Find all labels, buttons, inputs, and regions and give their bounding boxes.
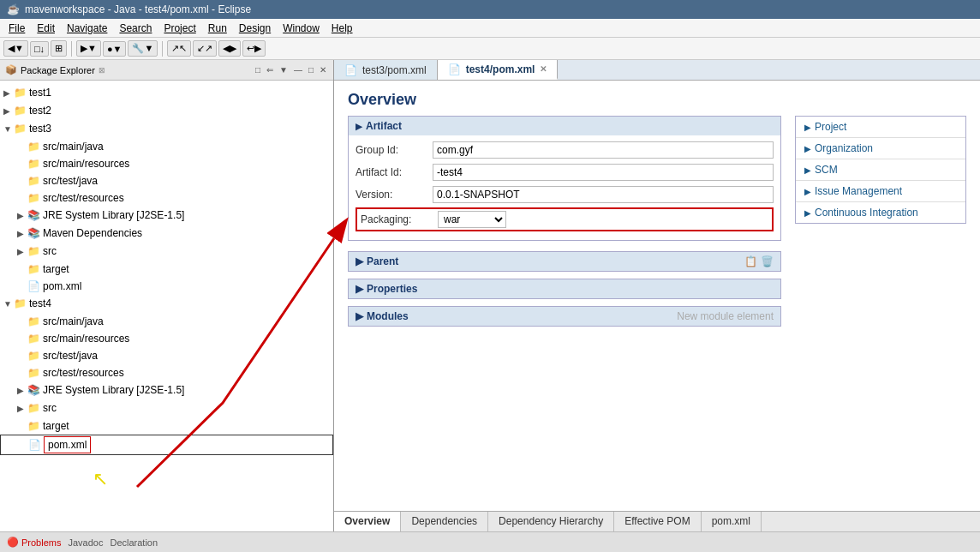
bottom-tab-dep-hierarchy[interactable]: Dependency Hierarchy [488, 512, 614, 531]
right-section-issue-management[interactable]: ▶ Issue Management [796, 181, 965, 202]
tree-icon-test1: 📁 [14, 85, 27, 100]
overview-left: ▶ Artifact Group Id: Artifact Id: [348, 116, 781, 333]
group-id-input[interactable] [433, 141, 774, 159]
panel-max-btn[interactable]: □ [307, 64, 315, 75]
status-javadoc[interactable]: Javadoc [68, 537, 103, 548]
modules-label: Modules [367, 310, 409, 322]
tree-toggle-test3-src[interactable]: ▶ [17, 244, 27, 260]
tree-item-test2[interactable]: ▶📁test2 [0, 102, 333, 120]
parent-edit-icon[interactable]: 📋 [744, 255, 757, 267]
toolbar-btn-save[interactable]: ⊞ [51, 40, 67, 57]
bottom-tab-pom-xml[interactable]: pom.xml [702, 512, 762, 531]
modules-section: ▶ Modules New module element [348, 306, 781, 327]
tree-item-test3-src-test-resources[interactable]: 📁src/test/resources [0, 189, 333, 207]
toolbar-btn-run[interactable]: ●▼ [103, 41, 127, 57]
tree-item-test3-pom[interactable]: 📄pom.xml [0, 278, 333, 295]
packaging-select[interactable]: war jar pom ear [438, 211, 506, 228]
packaging-label: Packaging: [361, 213, 438, 225]
toolbar-btn-back[interactable]: ◀▶ [218, 40, 241, 57]
toolbar-btn-nav2[interactable]: ↙↗ [193, 40, 217, 57]
tree-view[interactable]: ▶📁test1▶📁test2▼📁test3📁src/main/java📁src/… [0, 81, 333, 531]
toolbar-btn-debug[interactable]: ▶▼ [76, 40, 101, 57]
overview-right: ▶ Project ▶ Organization ▶ SCM ▶ [795, 116, 966, 333]
right-section-organization[interactable]: ▶ Organization [796, 138, 965, 159]
tree-item-test3-src-main-java[interactable]: 📁src/main/java [0, 138, 333, 155]
tree-toggle-test3[interactable]: ▼ [3, 122, 14, 137]
status-declaration[interactable]: Declaration [110, 537, 158, 548]
tree-item-test4-src-test-resources[interactable]: 📁src/test/resources [0, 364, 333, 381]
bottom-tab-overview[interactable]: Overview [334, 512, 401, 531]
tree-item-test1[interactable]: ▶📁test1 [0, 84, 333, 102]
version-input[interactable] [433, 186, 774, 203]
tree-toggle-test2[interactable]: ▶ [3, 104, 14, 119]
tree-item-test4-target[interactable]: 📁target [0, 417, 333, 435]
tab-test3-pom[interactable]: 📄 test3/pom.xml [334, 60, 438, 80]
tree-item-test3-src[interactable]: ▶📁src [0, 243, 333, 261]
tab-test3-pom-icon: 📄 [344, 64, 357, 76]
tree-item-test4-src-main-java[interactable]: 📁src/main/java [0, 313, 333, 330]
menu-search[interactable]: Search [114, 21, 157, 36]
toolbar-btn-forward[interactable]: ↩▶ [242, 40, 266, 57]
menu-project[interactable]: Project [158, 21, 200, 36]
tab-test4-pom[interactable]: 📄 test4/pom.xml ✕ [438, 60, 559, 80]
tree-item-test4[interactable]: ▼📁test4 [0, 295, 333, 313]
tree-icon-test2: 📁 [14, 103, 27, 118]
artifact-id-row: Artifact Id: [356, 163, 774, 182]
tree-label-test3-target: target [43, 263, 69, 275]
tree-icon-test4-src-test-resources: 📁 [27, 365, 40, 381]
tree-toggle-test3-maven[interactable]: ▶ [17, 226, 27, 242]
toolbar-btn-new[interactable]: ◀▼ [3, 40, 28, 57]
right-section-ci[interactable]: ▶ Continuous Integration [796, 202, 965, 223]
bottom-tab-dependencies[interactable]: Dependencies [401, 512, 488, 531]
toolbar-btn-nav1[interactable]: ↗↖ [167, 40, 191, 57]
menu-navigate[interactable]: Navigate [62, 21, 112, 36]
panel-collapse-btn[interactable]: □ [254, 64, 262, 75]
tree-item-test4-pom[interactable]: 📄pom.xml [0, 435, 333, 455]
toolbar-btn-external[interactable]: 🔧▼ [128, 40, 158, 57]
tree-item-test4-jre[interactable]: ▶📚JRE System Library [J2SE-1.5] [0, 381, 333, 399]
right-section-project[interactable]: ▶ Project [796, 117, 965, 138]
properties-section-header[interactable]: ▶ Properties [349, 279, 780, 298]
tree-item-test3-src-main-resources[interactable]: 📁src/main/resources [0, 155, 333, 172]
parent-arrow-icon: ▶ [356, 255, 363, 267]
tree-toggle-test1[interactable]: ▶ [3, 86, 14, 101]
menu-edit[interactable]: Edit [32, 21, 60, 36]
parent-delete-icon[interactable]: 🗑️ [761, 255, 774, 267]
status-problems[interactable]: 🔴 Problems [7, 537, 61, 548]
tree-toggle-test4-jre[interactable]: ▶ [17, 383, 27, 399]
artifact-section-header[interactable]: ▶ Artifact [349, 117, 780, 135]
tree-label-test4-src-main-resources: src/main/resources [43, 333, 129, 345]
panel-close-btn[interactable]: ✕ [318, 64, 328, 75]
tree-item-test3-jre[interactable]: ▶📚JRE System Library [J2SE-1.5] [0, 207, 333, 225]
artifact-id-input[interactable] [433, 164, 774, 181]
parent-section-header[interactable]: ▶ Parent 📋 🗑️ [349, 252, 780, 271]
tree-item-test4-src-main-resources[interactable]: 📁src/main/resources [0, 330, 333, 347]
menu-design[interactable]: Design [234, 21, 276, 36]
tree-item-test3[interactable]: ▼📁test3 [0, 120, 333, 138]
tree-item-test4-src-test-java[interactable]: 📁src/test/java [0, 347, 333, 364]
tree-item-test3-src-test-java[interactable]: 📁src/test/java [0, 172, 333, 189]
tree-item-test3-target[interactable]: 📁target [0, 261, 333, 278]
menu-file[interactable]: File [3, 21, 30, 36]
menu-help[interactable]: Help [326, 21, 358, 36]
properties-arrow-icon: ▶ [356, 283, 363, 295]
toolbar-separator-2 [162, 41, 163, 57]
tree-toggle-test4[interactable]: ▼ [3, 297, 14, 312]
modules-section-header[interactable]: ▶ Modules New module element [349, 307, 780, 326]
panel-min-btn[interactable]: — [292, 64, 304, 75]
panel-menu-btn[interactable]: ▼ [278, 64, 290, 75]
tree-toggle-test3-jre[interactable]: ▶ [17, 208, 27, 224]
bottom-tab-effective-pom[interactable]: Effective POM [614, 512, 701, 531]
version-row: Version: [356, 185, 774, 204]
tree-toggle-test4-src[interactable]: ▶ [17, 401, 27, 417]
right-section-scm[interactable]: ▶ SCM [796, 159, 965, 181]
menu-run[interactable]: Run [203, 21, 232, 36]
tab-test4-pom-close[interactable]: ✕ [540, 64, 547, 74]
panel-link-btn[interactable]: ⇐ [265, 64, 275, 75]
menu-window[interactable]: Window [278, 21, 325, 36]
tree-icon-test3-src-test-resources: 📁 [27, 190, 40, 206]
toolbar-btn-open[interactable]: □↓ [30, 41, 49, 57]
tree-item-test3-maven[interactable]: ▶📚Maven Dependencies [0, 225, 333, 243]
tree-icon-test4-target: 📁 [27, 418, 40, 434]
tree-item-test4-src[interactable]: ▶📁src [0, 399, 333, 417]
